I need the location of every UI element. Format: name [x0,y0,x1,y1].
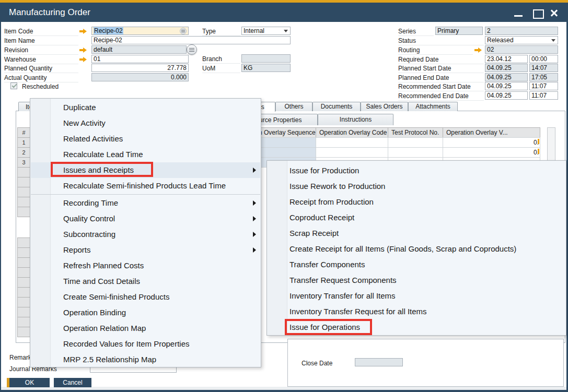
planned-end-date-label: Planned End Date [398,74,484,82]
uom-label: UoM [202,65,240,73]
cancel-button[interactable]: Cancel [54,378,91,387]
row-number-empty[interactable] [17,177,30,187]
row-number-empty[interactable] [17,167,30,177]
revision-link-arrow-icon[interactable] [79,47,87,53]
submenu-item-issue-for-production[interactable]: Issue for Production [268,163,565,179]
minimize-button[interactable] [514,15,523,17]
ok-button[interactable]: OK [7,378,50,387]
menu-item-operation-binding[interactable]: Operation Binding [31,305,260,320]
required-date-field[interactable]: 23.04.12 [485,55,528,63]
recommended-end-date-field[interactable]: 04.09.25 [485,91,528,100]
grid-cell[interactable] [316,147,388,158]
menu-item-operation-relation-map[interactable]: Operation Relation Map [31,320,260,336]
submenu-item-coproduct-receipt[interactable]: Coproduct Receipt [268,210,565,225]
subtab-instructions[interactable]: Instructions [318,114,393,125]
menu-item-quality-control[interactable]: Quality Control [31,211,260,227]
row-number-empty[interactable] [17,267,30,278]
branch-label: Branch [202,55,240,64]
recommended-start-time-field[interactable]: 11:07 [529,82,558,90]
row-number-empty[interactable] [17,327,30,337]
menu-item-reports[interactable]: Reports [31,242,260,258]
item-code-field[interactable]: Recipe-02 [91,27,189,35]
col-header-operation-overlay-code[interactable]: Operation Overlay Code [316,127,388,138]
col-header-test-protocol-no[interactable]: Test Protocol No. [388,127,443,138]
grid-cell-overlay-value[interactable]: 0. [443,137,540,148]
item-code-list-icon[interactable] [180,28,187,34]
menu-item-label: Issue for Production [289,166,359,175]
row-number-empty[interactable] [17,187,30,197]
submenu-item-inventory-transfer-request-for-all-items[interactable]: Inventory Transfer Request for all Items [268,304,565,319]
revision-choose-from-list-icon[interactable] [187,44,197,55]
maximize-button[interactable] [533,9,544,19]
type-dropdown[interactable]: Internal [241,27,291,35]
row-number-empty[interactable] [17,257,30,268]
menu-item-label: Related Activities [63,134,123,143]
row-number-empty[interactable] [17,287,30,298]
row-number-empty[interactable] [17,277,30,288]
grid-cell[interactable] [388,147,443,158]
row-number-empty[interactable] [17,307,30,317]
menu-item-recording-time[interactable]: Recording Time [31,195,260,211]
close-button[interactable] [550,9,558,17]
submenu-item-receipt-from-production[interactable]: Receipt from Production [268,194,565,210]
tab-documents[interactable]: Documents [312,102,361,111]
menu-item-issues-and-receipts[interactable]: Issues and Receipts [31,162,260,178]
row-number-empty[interactable] [17,317,30,327]
manufacturing-order-window: Manufacturing Order Item Code Recipe-02 … [0,0,568,392]
tab-attachments[interactable]: Attachments [408,102,458,111]
menu-item-recorded-values-for-item-properties[interactable]: Recorded Values for Item Properties [31,336,260,352]
required-time-field[interactable]: 00:00 [529,55,558,63]
grid-cell[interactable] [388,137,443,148]
menu-item-subcontracting[interactable]: Subcontracting [31,227,260,242]
planned-start-date-label: Planned Start Date [398,65,484,73]
row-number-empty[interactable] [17,237,30,248]
item-code-link-arrow-icon[interactable] [79,29,87,34]
menu-item-refresh-planned-costs[interactable]: Refresh Planned Costs [31,258,260,274]
revision-label: Revision [4,46,78,55]
submenu-item-issue-for-operations[interactable]: Issue for Operations [268,319,565,335]
recommended-end-date-label: Recommended End Date [398,92,484,101]
menu-item-related-activities[interactable]: Related Activities [31,131,260,147]
routing-link-arrow-icon[interactable] [474,47,482,53]
tab-others[interactable]: Others [275,102,312,111]
recommended-start-date-field[interactable]: 04.09.25 [485,82,528,90]
tab-sales-orders[interactable]: Sales Orders [361,102,408,111]
series-number-field: 2 [485,27,558,35]
menu-item-mrp-25-relationship-map[interactable]: MRP 2.5 Relationship Map [31,352,260,367]
row-number[interactable]: 3 [17,157,30,168]
row-number-empty[interactable] [17,297,30,307]
submenu-item-issue-rework-to-production[interactable]: Issue Rework to Production [268,179,565,194]
planned-quantity-field[interactable]: 27.778 [91,64,189,72]
menu-item-create-semi-finished-products[interactable]: Create Semi-finished Products [31,289,260,305]
grid-cell[interactable] [316,137,388,148]
col-header-operation-overlay-value[interactable]: Operation Overlay V... [443,127,540,138]
grid-cell-overlay-value[interactable]: 0. [443,147,540,158]
menu-item-recalculate-semi-finished-products-lead-time[interactable]: Recalculate Semi-finished Products Lead … [31,178,260,194]
menu-item-time-and-cost-details[interactable]: Time and Cost Details [31,274,260,289]
recommended-end-time-field[interactable]: 11:07 [529,91,558,100]
menu-item-new-activity[interactable]: New Activity [31,115,260,131]
window-title: Manufacturing Order [9,3,90,22]
submenu-item-inventory-transfer-for-all-items[interactable]: Inventory Transfer for all Items [268,288,565,304]
item-name-field[interactable]: Recipe-02 [91,36,291,44]
close-date-field[interactable] [355,358,403,366]
menu-item-label: Recorded Values for Item Properties [63,339,190,348]
rescheduled-checkbox[interactable] [10,82,17,89]
submenu-item-transfer-components[interactable]: Transfer Components [268,257,565,272]
row-number[interactable]: 2 [17,147,30,158]
row-number[interactable]: 1 [17,137,30,148]
submenu-item-create-receipt-for-all-items[interactable]: Create Receipt for all Items (Final Good… [268,241,565,257]
warehouse-link-arrow-icon[interactable] [79,57,87,62]
status-dropdown[interactable]: Released [485,36,558,44]
submenu-item-transfer-request-components[interactable]: Transfer Request Components [268,272,565,288]
clipped-link-arrow-icon [538,149,539,154]
menu-item-label: Operation Binding [63,308,126,317]
menu-item-recalculate-lead-time[interactable]: Recalculate Lead Time [31,147,260,162]
warehouse-field[interactable]: 01 [91,55,189,63]
submenu-item-scrap-receipt[interactable]: Scrap Receipt [268,225,565,241]
menu-item-duplicate[interactable]: Duplicate [31,100,260,115]
row-number-empty[interactable] [17,197,30,207]
row-number-empty[interactable] [17,247,30,258]
row-number-empty[interactable] [17,207,30,217]
revision-field[interactable]: default [91,45,187,54]
